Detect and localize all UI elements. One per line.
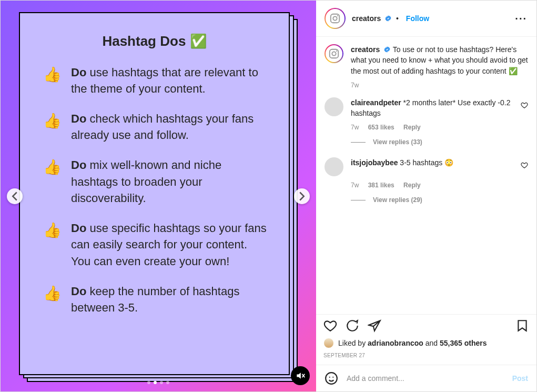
more-options-button[interactable]: ··· <box>514 13 528 25</box>
emoji-picker-button[interactable] <box>325 371 338 385</box>
commenter-username[interactable]: itsjojobaybee <box>351 158 398 167</box>
card-title: Hashtag Dos ✅ <box>41 33 268 49</box>
line-icon <box>351 200 366 200</box>
carousel-dot <box>147 381 150 384</box>
tip-text: check which hashtags your fans already u… <box>71 112 254 142</box>
commenter-avatar[interactable] <box>325 97 343 116</box>
thumbs-up-icon: 👍 <box>43 283 62 304</box>
tip-item: 👍 Do keep the number of hashtags between… <box>41 283 268 316</box>
card-front: Hashtag Dos ✅ 👍 Do use hashtags that are… <box>19 12 290 375</box>
post-date: SEPTEMBER 27 <box>323 353 529 358</box>
svg-point-7 <box>336 51 337 52</box>
comment-text: 3-5 hashtags 😳 <box>400 158 453 167</box>
view-replies-label: View replies (29) <box>373 196 422 204</box>
post-body: creators To use or not to use hashtags? … <box>316 37 536 314</box>
tips-list: 👍 Do use hashtags that are relevant to t… <box>41 64 268 316</box>
author-avatar-small[interactable] <box>325 44 343 63</box>
view-replies-button[interactable]: View replies (33) <box>351 138 528 146</box>
comment-likes[interactable]: 381 likes <box>368 182 394 189</box>
comment-row: itsjojobaybee 3-5 hashtags 😳 <box>325 157 528 176</box>
follow-button[interactable]: Follow <box>406 14 429 23</box>
comment-row: claireandpeter *2 months later* Use exac… <box>325 97 528 119</box>
tip-text: keep the number of hashtags between 3-5. <box>71 285 239 314</box>
carousel-dot <box>166 381 169 384</box>
do-label: Do <box>71 222 86 235</box>
post-comment-button[interactable]: Post <box>512 374 528 383</box>
thumbs-up-icon: 👍 <box>43 220 62 241</box>
next-media-button[interactable] <box>294 188 310 204</box>
liked-by-row[interactable]: Liked by adrianobrancoo and 55,365 other… <box>323 338 529 348</box>
comment-age: 7w <box>351 124 359 131</box>
like-comment-button[interactable] <box>521 102 528 110</box>
separator-dot: • <box>396 14 399 23</box>
liked-by-name[interactable]: adrianobrancoo <box>368 339 423 347</box>
liked-by-others[interactable]: 55,365 others <box>440 339 487 347</box>
do-label: Do <box>71 66 86 79</box>
card-stack: Hashtag Dos ✅ 👍 Do use hashtags that are… <box>19 12 298 380</box>
comment-input[interactable] <box>346 374 512 383</box>
comment-likes[interactable]: 653 likes <box>368 124 394 131</box>
tip-text: use specific hashtags so your fans can e… <box>71 222 267 267</box>
view-replies-label: View replies (33) <box>373 138 422 146</box>
tip-item: 👍 Do check which hashtags your fans alre… <box>41 110 268 143</box>
commenter-username[interactable]: claireandpeter <box>351 98 401 107</box>
tip-item: 👍 Do use hashtags that are relevant to t… <box>41 64 268 97</box>
add-comment-row: Post <box>316 365 536 391</box>
carousel-dots <box>147 381 169 384</box>
tip-text: use hashtags that are relevant to the th… <box>71 66 258 95</box>
mute-button[interactable] <box>291 366 310 385</box>
reply-button[interactable]: Reply <box>403 182 421 189</box>
liked-by-and: and <box>423 339 440 347</box>
caption-username[interactable]: creators <box>351 45 380 54</box>
instagram-glyph-icon <box>329 13 341 24</box>
do-label: Do <box>71 285 86 298</box>
carousel-dot <box>160 381 163 384</box>
comment-meta: 7w 653 likes Reply <box>351 124 528 131</box>
instagram-glyph-icon <box>328 48 340 59</box>
verified-badge-icon <box>384 15 392 22</box>
svg-point-3 <box>333 16 337 20</box>
thumbs-up-icon: 👍 <box>43 157 62 178</box>
verified-badge-icon <box>383 46 391 53</box>
caption-row: creators To use or not to use hashtags? … <box>325 44 528 76</box>
tip-item: 👍 Do use specific hashtags so your fans … <box>41 220 268 269</box>
share-button[interactable] <box>368 319 381 333</box>
thumbs-up-icon: 👍 <box>43 64 62 85</box>
liker-avatar <box>323 338 334 348</box>
comment-meta: 7w 381 likes Reply <box>351 182 528 189</box>
commenter-avatar[interactable] <box>325 157 343 176</box>
tip-item: 👍 Do mix well-known and niche hashtags t… <box>41 157 268 206</box>
comment-button[interactable] <box>346 319 359 333</box>
post-header: creators • Follow ··· <box>316 1 536 37</box>
save-button[interactable] <box>515 319 529 333</box>
caption-age: 7w <box>351 82 528 89</box>
comment-age: 7w <box>351 182 359 189</box>
svg-point-6 <box>332 52 336 55</box>
liked-by-prefix: Liked by <box>338 339 368 347</box>
reply-button[interactable]: Reply <box>403 124 421 131</box>
tip-text: mix well-known and niche hashtags to bro… <box>71 158 221 204</box>
view-replies-button[interactable]: View replies (29) <box>351 196 528 204</box>
actions-bar: Liked by adrianobrancoo and 55,365 other… <box>316 314 536 365</box>
do-label: Do <box>71 112 86 125</box>
do-label: Do <box>71 158 86 172</box>
thumbs-up-icon: 👍 <box>43 110 62 132</box>
svg-point-4 <box>337 15 338 16</box>
like-comment-button[interactable] <box>521 162 528 170</box>
carousel-dot-active <box>154 381 157 384</box>
post-media[interactable]: Hashtag Dos ✅ 👍 Do use hashtags that are… <box>1 1 316 391</box>
prev-media-button[interactable] <box>7 188 23 204</box>
svg-point-8 <box>326 373 337 384</box>
svg-point-9 <box>329 377 330 378</box>
like-button[interactable] <box>323 319 337 333</box>
author-avatar[interactable] <box>325 8 346 29</box>
svg-point-10 <box>332 377 333 378</box>
line-icon <box>351 142 366 143</box>
author-username[interactable]: creators <box>352 14 381 23</box>
